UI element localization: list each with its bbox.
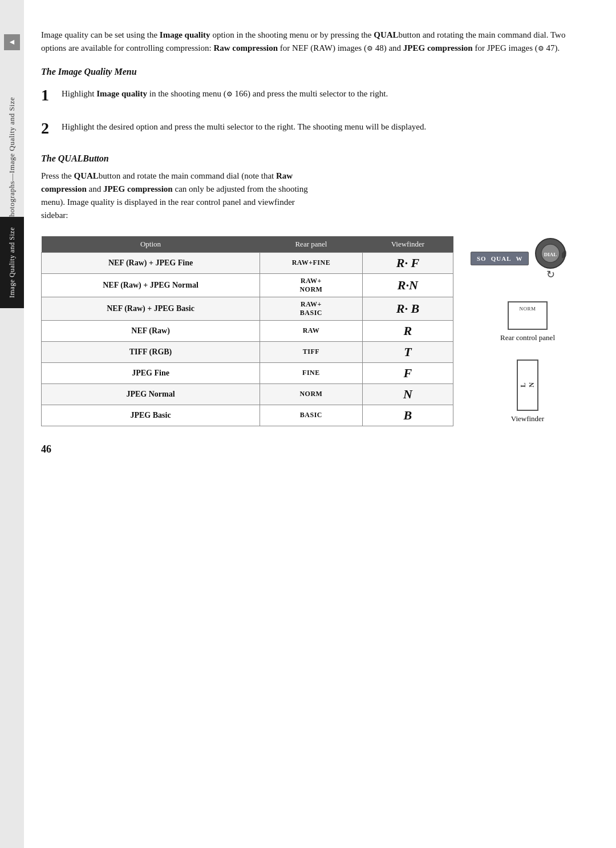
table-cell-option: JPEG Basic [42,405,260,426]
step-1-text: Highlight Image quality in the shooting … [62,87,388,100]
table-header-view: Viewfinder [362,236,453,253]
step-2: 2 Highlight the desired option and press… [41,120,585,136]
table-row: NEF (Raw) + JPEG NormalRAW+ NORMR·N [42,273,453,297]
section-title: The Image Quality Menu [41,67,585,77]
table-row: NEF (Raw) + JPEG BasicRAW+ BASICR· B [42,297,453,320]
camera-qual-label: QUAL [491,255,512,262]
table-header-rear: Rear panel [260,236,363,253]
rear-control-panel-diagram: NORM Rear control panel [471,301,585,342]
table-cell-option: NEF (Raw) + JPEG Basic [42,297,260,320]
step-1: 1 Highlight Image quality in the shootin… [41,87,585,103]
table-cell-option: NEF (Raw) + JPEG Normal [42,273,260,297]
table-cell-view: T [362,341,453,362]
camera-dial-svg: DIAL [533,236,568,270]
page-wrapper: ◄ Taking Photographs—Image Quality and S… [0,0,616,848]
qual-section: The QUALButton Press the QUALbutton and … [41,154,585,223]
camera-dial-area: DIAL ↻ [533,236,568,281]
sidebar-black-text: Image Quality and Size [8,227,17,298]
table-cell-rear: RAW [260,320,363,341]
table-side: Option Rear panel Viewfinder NEF (Raw) +… [41,236,453,426]
sidebar-tab-icon: ◄ [4,34,20,50]
qual-body: Press the QUALbutton and rotate the main… [41,169,315,223]
viewfinder-caption: Viewfinder [511,414,544,423]
rear-panel-caption: Rear control panel [500,333,555,342]
dial-rotate-arrow: ↻ [546,268,555,281]
table-row: JPEG FineFINEF [42,362,453,383]
viewfinder-diagram: LN Viewfinder [471,360,585,423]
viewfinder-rect: LN [517,360,538,411]
page-number: 46 [41,443,585,455]
step-1-number: 1 [41,87,54,103]
table-cell-option: TIFF (RGB) [42,341,260,362]
main-content: Image quality can be set using the Image… [24,0,616,848]
intro-paragraph: Image quality can be set using the Image… [41,29,585,55]
table-cell-rear: RAW+FINE [260,252,363,273]
table-cell-view: R·N [362,273,453,297]
table-cell-option: NEF (Raw) [42,320,260,341]
table-cell-view: F [362,362,453,383]
table-cell-view: B [362,405,453,426]
right-side: SO QUAL W DIAL ↻ [471,236,585,423]
table-row: JPEG BasicBASICB [42,405,453,426]
table-row: JPEG NormalNORMN [42,383,453,405]
sidebar-black-bar: Image Quality and Size [0,217,24,308]
sidebar: ◄ Taking Photographs—Image Quality and S… [0,0,24,848]
table-cell-view: N [362,383,453,405]
table-cell-view: R [362,320,453,341]
table-cell-option: JPEG Fine [42,362,260,383]
table-row: NEF (Raw)RAWR [42,320,453,341]
quality-table: Option Rear panel Viewfinder NEF (Raw) +… [41,236,453,426]
qual-title: The QUALButton [41,154,585,164]
table-header-option: Option [42,236,260,253]
table-cell-rear: NORM [260,383,363,405]
lower-section: Option Rear panel Viewfinder NEF (Raw) +… [41,236,585,426]
table-cell-rear: RAW+ NORM [260,273,363,297]
table-cell-rear: RAW+ BASIC [260,297,363,320]
viewfinder-ln-text: LN [519,382,536,387]
camera-top-panel: SO QUAL W [471,252,529,265]
step-2-number: 2 [41,120,54,136]
camera-so-label: SO [477,255,487,262]
table-cell-view: R· B [362,297,453,320]
table-cell-view: R· F [362,252,453,273]
camera-w-label: W [516,255,522,262]
table-cell-option: JPEG Normal [42,383,260,405]
top-diagram: SO QUAL W DIAL ↻ [471,236,585,281]
table-cell-rear: TIFF [260,341,363,362]
table-cell-rear: BASIC [260,405,363,426]
table-row: TIFF (RGB)TIFFT [42,341,453,362]
table-cell-rear: FINE [260,362,363,383]
table-row: NEF (Raw) + JPEG FineRAW+FINER· F [42,252,453,273]
rear-panel-box: NORM [508,301,548,330]
table-cell-option: NEF (Raw) + JPEG Fine [42,252,260,273]
svg-text:DIAL: DIAL [544,252,557,257]
rear-panel-norm-text: NORM [519,306,536,312]
step-2-text: Highlight the desired option and press t… [62,120,426,134]
